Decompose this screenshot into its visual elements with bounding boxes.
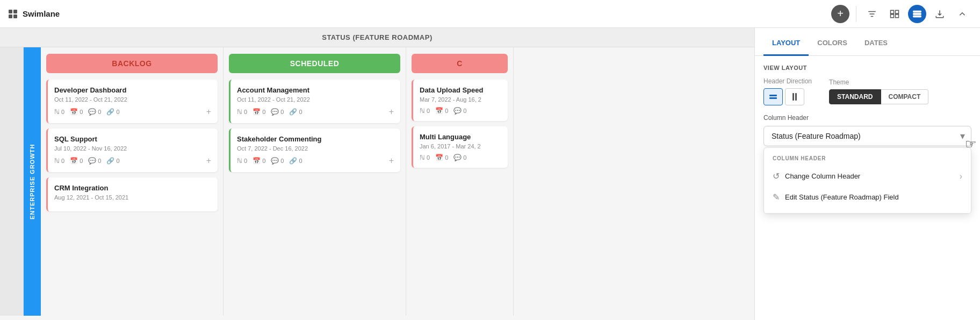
filter-icon <box>867 9 877 19</box>
meta-item: 💬0 <box>271 157 284 165</box>
edit-icon: ✎ <box>773 192 780 202</box>
horizontal-icon <box>768 92 778 102</box>
theme-buttons: STANDARD COMPACT <box>829 89 928 104</box>
card-meta: ℕ0 📅0 💬0 <box>420 154 501 161</box>
tab-dates[interactable]: DATES <box>856 31 896 56</box>
svg-rect-6 <box>896 14 899 17</box>
add-card-item[interactable]: + <box>206 107 211 117</box>
meta-item: ℕ 0 <box>54 108 64 116</box>
panel-content: VIEW LAYOUT Header Direction <box>755 56 980 320</box>
layout-icon-button[interactable] <box>885 5 904 23</box>
dropdown-item-edit-field[interactable]: ✎ Edit Status (Feature Roadmap) Field <box>764 187 971 208</box>
meta-item: 📅0 <box>70 157 83 165</box>
main-container: STATUS (FEATURE ROADMAP) ENTERPRISE GROW… <box>0 28 980 320</box>
card-title: Stakeholder Commenting <box>237 135 394 143</box>
topbar: Swimlane + <box>0 0 980 28</box>
grid-icon <box>9 10 17 18</box>
board-area: STATUS (FEATURE ROADMAP) ENTERPRISE GROW… <box>0 28 754 320</box>
col-header-other: C <box>412 54 508 73</box>
swimlane-icon <box>912 9 922 19</box>
header-direction-group: Header Direction <box>763 77 812 105</box>
swimlane-gray-bar <box>0 47 24 316</box>
svg-rect-9 <box>913 16 921 17</box>
panel-tabs: LAYOUT COLORS DATES <box>755 28 980 56</box>
card-meta: ℕ0 📅0 💬0 🔗0 + <box>237 107 394 117</box>
add-card-item[interactable]: + <box>389 156 394 166</box>
svg-rect-4 <box>896 10 899 13</box>
card-account-management[interactable]: Account Management Oct 11, 2022 - Oct 21… <box>229 80 400 123</box>
svg-rect-3 <box>891 10 894 13</box>
column-header-select[interactable]: Status (Feature Roadmap) <box>763 126 971 146</box>
collapse-icon-button[interactable] <box>953 5 971 23</box>
swimlane-icon-button[interactable] <box>908 5 926 23</box>
tab-colors[interactable]: COLORS <box>809 31 856 56</box>
dropdown-item-left: ↺ Change Column Header <box>773 171 860 181</box>
card-title: Multi Language <box>420 133 501 141</box>
card-meta: ℕ0 📅0 💬0 <box>420 107 501 115</box>
swimlane-label: ENTERPRISE GROWTH <box>24 47 41 316</box>
column-other: C Data Upload Speed Mar 7, 2022 - Aug 16… <box>406 47 514 316</box>
card-data-upload[interactable]: Data Upload Speed Mar 7, 2022 - Aug 16, … <box>412 80 508 121</box>
svg-rect-5 <box>891 14 894 17</box>
dropdown-item-label: Change Column Header <box>785 172 860 180</box>
card-title: Developer Dashboard <box>54 86 211 94</box>
meta-item: 💬0 <box>88 157 101 165</box>
status-header: STATUS (FEATURE ROADMAP) <box>0 28 754 47</box>
svg-rect-8 <box>913 13 921 15</box>
metric-icon: ℕ <box>54 108 60 116</box>
card-sql-support[interactable]: SQL Support Jul 10, 2022 - Nov 16, 2022 … <box>46 129 218 172</box>
vertical-icon <box>790 92 799 102</box>
filter-icon-button[interactable] <box>863 5 881 23</box>
topbar-right: + <box>831 5 971 23</box>
dropdown-item-change-column-header[interactable]: ↺ Change Column Header › <box>764 166 971 187</box>
card-title: Account Management <box>237 86 394 94</box>
svg-rect-10 <box>769 95 777 96</box>
refresh-icon: ↺ <box>773 171 780 181</box>
link-icon: 🔗 <box>106 108 114 116</box>
vertical-layout-button[interactable] <box>785 88 804 105</box>
svg-rect-13 <box>795 93 797 101</box>
column-header-dropdown-wrapper: Status (Feature Roadmap) ▾ COLUMN HEADER… <box>763 126 971 146</box>
card-meta: ℕ0 📅0 💬0 🔗0 + <box>237 156 394 166</box>
dropdown-item-left: ✎ Edit Status (Feature Roadmap) Field <box>773 192 899 202</box>
meta-item: ℕ0 <box>237 157 247 165</box>
meta-item: 📅0 <box>253 108 265 116</box>
theme-compact-button[interactable]: COMPACT <box>881 89 929 104</box>
header-direction-label: Header Direction <box>763 77 812 85</box>
theme-group: Theme STANDARD COMPACT <box>829 79 928 104</box>
meta-item: ℕ0 <box>54 157 64 165</box>
theme-standard-button[interactable]: STANDARD <box>829 89 881 104</box>
comment-icon: 💬 <box>88 108 96 116</box>
card-developer-dashboard[interactable]: Developer Dashboard Oct 11, 2022 - Oct 2… <box>46 80 218 123</box>
meta-item: ℕ0 <box>237 108 247 116</box>
meta-item: 🔗0 <box>289 108 302 116</box>
export-icon-button[interactable] <box>931 5 949 23</box>
meta-item: ℕ0 <box>420 154 430 161</box>
meta-item: 🔗0 <box>106 157 119 165</box>
card-multi-language[interactable]: Multi Language Jan 6, 2017 - Mar 24, 2 ℕ… <box>412 126 508 168</box>
calendar-icon: 📅 <box>70 108 78 116</box>
horizontal-layout-button[interactable] <box>763 88 783 105</box>
dropdown-popup-section: COLUMN HEADER ↺ Change Column Header › <box>764 148 971 214</box>
card-crm-integration[interactable]: CRM Integration Aug 12, 2021 - Oct 15, 2… <box>46 177 218 211</box>
dropdown-section-label: COLUMN HEADER <box>764 153 971 166</box>
tab-layout[interactable]: LAYOUT <box>763 31 809 56</box>
meta-item: 🔗0 <box>289 157 302 165</box>
view-layout-row: Header Direction Theme STANDARD <box>763 77 971 105</box>
swimlane-row: ENTERPRISE GROWTH BACKLOG Developer Dash… <box>0 47 754 316</box>
card-title: Data Upload Speed <box>420 86 501 94</box>
col-header-backlog: BACKLOG <box>46 54 218 73</box>
meta-item: 💬 0 <box>88 108 101 116</box>
add-button[interactable]: + <box>831 5 849 23</box>
card-stakeholder-commenting[interactable]: Stakeholder Commenting Oct 7, 2022 - Dec… <box>229 129 400 172</box>
col-header-scheduled: SCHEDULED <box>229 54 400 73</box>
topbar-left: Swimlane <box>9 9 60 18</box>
meta-item: 📅 0 <box>70 108 83 116</box>
card-date: Aug 12, 2021 - Oct 15, 2021 <box>54 194 211 201</box>
column-backlog: BACKLOG Developer Dashboard Oct 11, 2022… <box>41 47 224 316</box>
add-card-item[interactable]: + <box>389 107 394 117</box>
add-card-item[interactable]: + <box>206 156 211 166</box>
chevron-up-icon <box>957 9 967 19</box>
card-title: CRM Integration <box>54 184 211 192</box>
app-title: Swimlane <box>23 9 60 18</box>
